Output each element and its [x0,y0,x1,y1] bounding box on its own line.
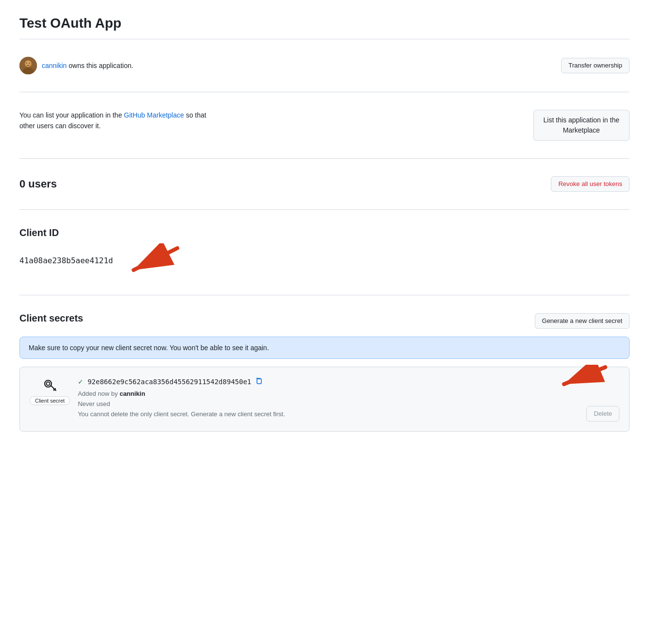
divider-4 [19,209,630,210]
client-id-section: Client ID 41a08ae238b5aee4121d [19,218,630,287]
client-id-value-row: 41a08ae238b5aee4121d [19,243,630,277]
secret-owner: cannikin [120,390,145,397]
revoke-all-tokens-button[interactable]: Revoke all user tokens [551,176,630,192]
generate-secret-button[interactable]: Generate a new client secret [535,313,630,329]
marketplace-description: You can list your application in the Git… [19,110,223,132]
users-section: 0 users Revoke all user tokens [19,167,630,202]
page-title: Test OAuth App [19,16,630,31]
owner-link[interactable]: cannikin [42,62,67,69]
secret-delete-warning: You cannot delete the only client secret… [78,409,579,420]
secret-value-row: ✓ 92e8662e9c562aca8356d45562911542d89450… [78,377,579,386]
secret-card: Client secret ✓ 92e8662e9c562aca8356d455… [19,367,630,432]
delete-secret-button[interactable]: Delete [586,406,619,422]
svg-point-9 [46,382,50,386]
svg-point-4 [26,63,27,64]
owner-info: cannikin owns this application. [19,57,133,74]
client-secrets-label: Client secrets [19,313,83,324]
secret-value: 92e8662e9c562aca8356d45562911542d89450e1 [87,378,251,386]
svg-rect-13 [257,379,261,384]
client-id-label: Client ID [19,227,630,238]
red-arrow-client-id [124,243,182,277]
secrets-header: Client secrets Generate a new client sec… [19,313,630,329]
secret-never-used: Never used [78,399,579,409]
avatar-image [19,57,37,74]
key-icon [42,377,58,392]
secret-meta: Added now by cannikin [78,389,579,399]
owner-text: cannikin owns this application. [42,62,133,69]
github-marketplace-link[interactable]: GitHub Marketplace [124,111,184,119]
divider-2 [19,92,630,92]
secret-alert: Make sure to copy your new client secret… [19,337,630,359]
transfer-ownership-button[interactable]: Transfer ownership [561,58,630,73]
divider-1 [19,39,630,39]
avatar [19,57,37,74]
check-icon: ✓ [78,378,84,386]
svg-point-8 [45,380,51,387]
copy-icon[interactable] [255,377,263,386]
svg-line-7 [134,248,177,270]
marketplace-section: You can list your application in the Git… [19,100,630,151]
client-id-value: 41a08ae238b5aee4121d [19,256,113,265]
secret-icon-area: Client secret [30,377,70,405]
svg-point-5 [29,63,30,64]
users-count: 0 users [19,178,57,190]
marketplace-text: You can list your application in the Git… [19,110,223,132]
client-secrets-section: Client secrets Generate a new client sec… [19,303,630,441]
owner-section: cannikin owns this application. Transfer… [19,47,630,84]
divider-3 [19,158,630,159]
list-marketplace-button[interactable]: List this application in theMarketplace [533,110,630,141]
divider-5 [19,295,630,295]
secret-actions: Delete [586,377,619,422]
client-secret-badge: Client secret [30,396,70,405]
secret-details: ✓ 92e8662e9c562aca8356d45562911542d89450… [78,377,579,419]
